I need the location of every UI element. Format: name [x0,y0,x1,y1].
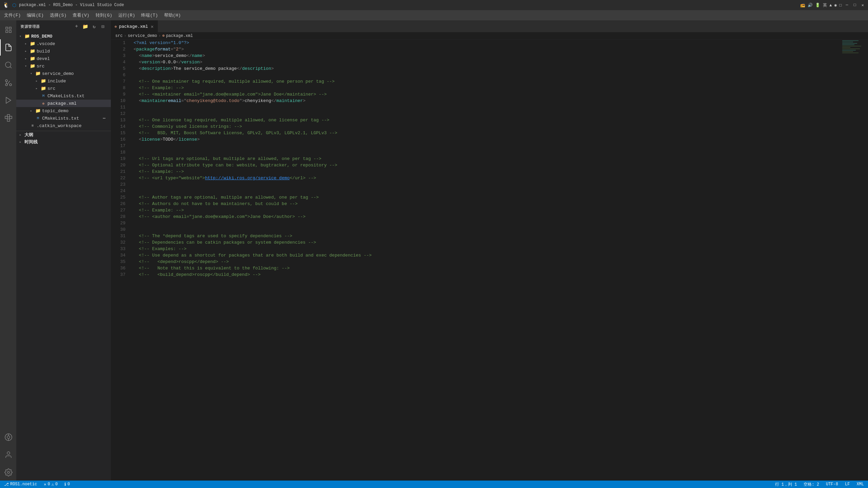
activity-explorer[interactable] [0,22,16,38]
code-line-1: <?xml version="1.0"?> [134,40,841,46]
tree-outline[interactable]: 大纲 [16,131,111,138]
menu-file[interactable]: 文件(F) [1,11,23,20]
devel-chevron [23,56,28,61]
breadcrumb-sep-1: › [124,34,126,38]
activity-search[interactable] [0,57,16,73]
tree-catkin-workspace[interactable]: ≡ .catkin_workspace [16,122,111,129]
tree-build[interactable]: 📁 build [16,47,111,55]
tree-root[interactable]: 📁 ROS_DEMO [16,33,111,40]
tree-include[interactable]: 📁 include [16,77,111,85]
code-line-34: <!-- Use depend as a shortcut for packag… [134,252,841,259]
sidebar-title: 资源管理器 [20,24,40,29]
activity-extensions[interactable] [0,110,16,126]
tree-src-inner[interactable]: 📁 src [16,85,111,92]
win-maximize[interactable]: □ [852,3,857,7]
line-number-26: 26 [114,201,125,207]
win-close[interactable]: ✕ [860,3,865,8]
activity-ros[interactable] [0,429,16,445]
tree-service-demo[interactable]: 📁 service_demo [16,70,111,77]
info-count[interactable]: ℹ 0 [63,481,71,488]
code-line-17 [134,143,841,149]
tree-devel[interactable]: 📁 devel [16,55,111,62]
line-col[interactable]: 行 1，列 1 [774,481,798,488]
tree-vscode[interactable]: 📁 .vscode [16,40,111,47]
status-bar-left: ⎇ ROS1.noetic ✕ 0 ⚠ 0 ℹ 0 [3,481,71,488]
activity-git[interactable] [0,75,16,91]
activity-account[interactable] [0,447,16,463]
svg-marker-5 [6,97,11,103]
line-number-4: 4 [114,59,125,65]
title-bar-text: package.xml - ROS_Demo - Visual Studio C… [19,3,124,7]
menu-edit[interactable]: 编辑(E) [24,11,46,20]
errors-warnings[interactable]: ✕ 0 ⚠ 0 [42,481,59,488]
code-area[interactable]: <?xml version="1.0"?><package format="2"… [128,40,841,481]
src-inner-folder-icon: 📁 [41,86,46,91]
tab-close-button[interactable]: ✕ [150,24,154,29]
editor-content[interactable]: 1234567891011121314151617181920212223242… [111,40,868,481]
topic-demo-chevron [28,108,34,114]
line-number-27: 27 [114,207,125,214]
code-line-12 [134,110,841,117]
line-number-22: 22 [114,175,125,181]
catkin-icon: ≡ [30,123,35,128]
breadcrumb-file[interactable]: package.xml [166,34,193,38]
info-icon: ℹ [64,482,66,487]
code-line-22: <!-- <url type="website">http://wiki.ros… [134,175,841,181]
code-line-25: <!-- Author tags are optional, multiple … [134,194,841,201]
activity-settings[interactable] [0,464,16,481]
refresh-button[interactable]: ↻ [91,23,98,30]
new-file-button[interactable]: + [73,23,80,30]
minimap [841,40,868,481]
catkin-label: .catkin_workspace [37,123,82,128]
menu-goto[interactable]: 转到(G) [93,11,115,20]
line-number-37: 37 [114,271,125,278]
vscode-folder-icon: 📁 [30,41,35,46]
win-minimize[interactable]: — [844,3,849,7]
collapse-button[interactable]: ⊟ [99,23,107,30]
line-ending[interactable]: LF [844,481,851,488]
line-number-23: 23 [114,181,125,188]
encoding[interactable]: UTF-8 [825,481,840,488]
line-col-text: 行 1，列 1 [775,482,797,487]
info-number: 0 [67,482,70,487]
build-label: build [37,49,50,54]
app-icon[interactable]: 🐧 [3,2,9,8]
tree-src[interactable]: 📁 src [16,62,111,70]
line-number-28: 28 [114,214,125,220]
tree-cmake-root[interactable]: M CMakeLists.txt ⋯ [16,115,111,122]
tab-package-xml-label: package.xml [119,24,148,29]
menu-terminal[interactable]: 终端(T) [138,11,160,20]
menu-help[interactable]: 帮助(H) [161,11,183,20]
language[interactable]: XML [855,481,865,488]
breadcrumb-icon: ⊕ [162,33,164,38]
system-time: 英 ▲ ◉ □ [823,2,842,8]
line-number-34: 34 [114,252,125,259]
breadcrumb-src[interactable]: src [115,34,123,38]
activity-debug[interactable] [0,92,16,108]
src-chevron [23,63,28,69]
tree-package-xml[interactable]: ⊕ package.xml [16,100,111,107]
src-folder-icon: 📁 [30,63,35,69]
breadcrumb-service-demo[interactable]: service_demo [128,34,157,38]
system-bar-left: 🐧 ⬡ package.xml - ROS_Demo - Visual Stud… [3,2,124,8]
include-label: include [47,79,66,84]
src-inner-chevron [34,86,39,91]
topic-demo-folder-icon: 📁 [35,108,41,114]
vscode-icon[interactable]: ⬡ [12,2,16,8]
menu-select[interactable]: 选择(S) [47,11,69,20]
code-line-21: <!-- Example: --> [134,168,841,175]
activity-files[interactable] [0,39,16,56]
menu-view[interactable]: 查看(V) [70,11,92,20]
language-text: XML [856,482,864,487]
tab-package-xml[interactable]: ⊕ package.xml ✕ [111,20,158,32]
new-folder-button[interactable]: 📁 [82,23,89,30]
git-branch[interactable]: ⎇ ROS1.noetic [3,481,38,488]
tree-topic-demo[interactable]: 📁 topic_demo [16,107,111,115]
tree-timeline[interactable]: 时间线 [16,138,111,146]
code-line-5: <description>The service_demo package</d… [134,65,841,72]
tree-cmake-svc[interactable]: M CMakeLists.txt [16,92,111,100]
spaces[interactable]: 空格: 2 [802,481,821,488]
code-line-7: <!-- One maintainer tag required, multip… [134,78,841,85]
menu-run[interactable]: 运行(R) [116,11,138,20]
encoding-text: UTF-8 [826,482,838,487]
